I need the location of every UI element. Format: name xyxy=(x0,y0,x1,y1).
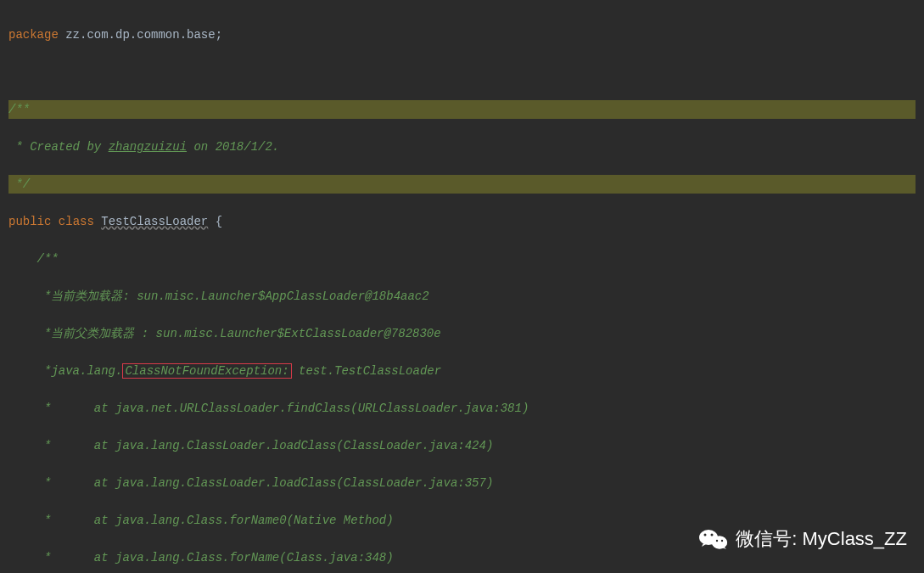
code-line: /** xyxy=(8,250,916,268)
code-line xyxy=(8,63,916,81)
svg-point-7 xyxy=(721,540,723,542)
code-line: *当前父类加载器 : sun.misc.Launcher$ExtClassLoa… xyxy=(8,324,916,343)
code-line: * at java.lang.ClassLoader.loadClass(Cla… xyxy=(8,474,916,492)
watermark-text: 微信号: MyClass_ZZ xyxy=(736,526,907,552)
code-line: /** xyxy=(8,100,916,119)
code-editor[interactable]: package zz.com.dp.common.base; /** * Cre… xyxy=(0,0,924,573)
code-line: *java.lang.ClassNotFoundException: test.… xyxy=(8,362,916,380)
code-line: * Created by zhangzuizui on 2018/1/2. xyxy=(8,138,916,156)
wechat-icon xyxy=(698,526,729,552)
code-line: public class TestClassLoader { xyxy=(8,212,916,231)
watermark: 微信号: MyClass_ZZ xyxy=(698,526,907,552)
code-line: * at java.lang.ClassLoader.loadClass(Cla… xyxy=(8,436,916,455)
svg-point-4 xyxy=(704,534,707,536)
svg-point-5 xyxy=(711,534,714,536)
code-line: package zz.com.dp.common.base; xyxy=(8,25,916,44)
code-line: *当前类加载器: sun.misc.Launcher$AppClassLoade… xyxy=(8,287,916,306)
code-line: * at java.net.URLClassLoader.findClass(U… xyxy=(8,399,916,418)
svg-point-3 xyxy=(712,536,727,549)
code-line: */ xyxy=(8,175,916,194)
svg-point-6 xyxy=(716,540,718,542)
